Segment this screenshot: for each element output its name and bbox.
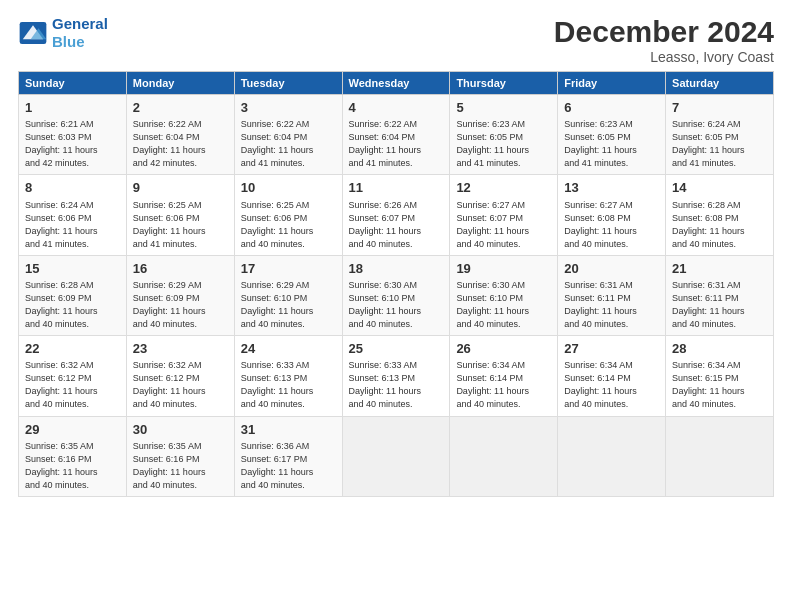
logo-icon	[18, 22, 48, 44]
day-cell: 14Sunrise: 6:28 AM Sunset: 6:08 PM Dayli…	[666, 175, 774, 255]
logo: General Blue	[18, 15, 108, 51]
day-info: Sunrise: 6:30 AM Sunset: 6:10 PM Dayligh…	[456, 279, 551, 331]
week-row-1: 1Sunrise: 6:21 AM Sunset: 6:03 PM Daylig…	[19, 95, 774, 175]
day-info: Sunrise: 6:34 AM Sunset: 6:14 PM Dayligh…	[564, 359, 659, 411]
day-number: 18	[349, 260, 444, 278]
day-number: 11	[349, 179, 444, 197]
day-info: Sunrise: 6:31 AM Sunset: 6:11 PM Dayligh…	[564, 279, 659, 331]
day-info: Sunrise: 6:33 AM Sunset: 6:13 PM Dayligh…	[241, 359, 336, 411]
day-number: 23	[133, 340, 228, 358]
day-number: 17	[241, 260, 336, 278]
day-number: 9	[133, 179, 228, 197]
day-number: 26	[456, 340, 551, 358]
day-number: 16	[133, 260, 228, 278]
logo-line1: General	[52, 15, 108, 32]
day-info: Sunrise: 6:29 AM Sunset: 6:09 PM Dayligh…	[133, 279, 228, 331]
month-title: December 2024	[554, 15, 774, 49]
week-row-4: 22Sunrise: 6:32 AM Sunset: 6:12 PM Dayli…	[19, 336, 774, 416]
day-info: Sunrise: 6:33 AM Sunset: 6:13 PM Dayligh…	[349, 359, 444, 411]
day-number: 19	[456, 260, 551, 278]
day-cell: 23Sunrise: 6:32 AM Sunset: 6:12 PM Dayli…	[126, 336, 234, 416]
day-cell: 19Sunrise: 6:30 AM Sunset: 6:10 PM Dayli…	[450, 255, 558, 335]
day-number: 12	[456, 179, 551, 197]
day-number: 6	[564, 99, 659, 117]
day-number: 10	[241, 179, 336, 197]
day-cell: 20Sunrise: 6:31 AM Sunset: 6:11 PM Dayli…	[558, 255, 666, 335]
day-info: Sunrise: 6:36 AM Sunset: 6:17 PM Dayligh…	[241, 440, 336, 492]
logo-line2: Blue	[52, 33, 85, 50]
day-info: Sunrise: 6:23 AM Sunset: 6:05 PM Dayligh…	[564, 118, 659, 170]
day-number: 1	[25, 99, 120, 117]
col-header-wednesday: Wednesday	[342, 72, 450, 95]
day-number: 8	[25, 179, 120, 197]
day-number: 27	[564, 340, 659, 358]
day-info: Sunrise: 6:22 AM Sunset: 6:04 PM Dayligh…	[133, 118, 228, 170]
day-info: Sunrise: 6:35 AM Sunset: 6:16 PM Dayligh…	[133, 440, 228, 492]
logo-text: General Blue	[52, 15, 108, 51]
day-cell: 29Sunrise: 6:35 AM Sunset: 6:16 PM Dayli…	[19, 416, 127, 496]
day-cell: 12Sunrise: 6:27 AM Sunset: 6:07 PM Dayli…	[450, 175, 558, 255]
day-info: Sunrise: 6:22 AM Sunset: 6:04 PM Dayligh…	[241, 118, 336, 170]
day-cell: 31Sunrise: 6:36 AM Sunset: 6:17 PM Dayli…	[234, 416, 342, 496]
week-row-2: 8Sunrise: 6:24 AM Sunset: 6:06 PM Daylig…	[19, 175, 774, 255]
day-cell: 10Sunrise: 6:25 AM Sunset: 6:06 PM Dayli…	[234, 175, 342, 255]
location-subtitle: Leasso, Ivory Coast	[554, 49, 774, 65]
day-number: 30	[133, 421, 228, 439]
day-info: Sunrise: 6:29 AM Sunset: 6:10 PM Dayligh…	[241, 279, 336, 331]
day-info: Sunrise: 6:21 AM Sunset: 6:03 PM Dayligh…	[25, 118, 120, 170]
day-number: 22	[25, 340, 120, 358]
day-info: Sunrise: 6:23 AM Sunset: 6:05 PM Dayligh…	[456, 118, 551, 170]
day-cell: 13Sunrise: 6:27 AM Sunset: 6:08 PM Dayli…	[558, 175, 666, 255]
day-info: Sunrise: 6:27 AM Sunset: 6:08 PM Dayligh…	[564, 199, 659, 251]
day-cell: 8Sunrise: 6:24 AM Sunset: 6:06 PM Daylig…	[19, 175, 127, 255]
day-info: Sunrise: 6:24 AM Sunset: 6:06 PM Dayligh…	[25, 199, 120, 251]
day-cell: 1Sunrise: 6:21 AM Sunset: 6:03 PM Daylig…	[19, 95, 127, 175]
col-header-sunday: Sunday	[19, 72, 127, 95]
day-number: 5	[456, 99, 551, 117]
day-cell	[558, 416, 666, 496]
day-cell: 17Sunrise: 6:29 AM Sunset: 6:10 PM Dayli…	[234, 255, 342, 335]
day-number: 4	[349, 99, 444, 117]
calendar-page: General Blue December 2024 Leasso, Ivory…	[0, 0, 792, 612]
calendar-table: SundayMondayTuesdayWednesdayThursdayFrid…	[18, 71, 774, 497]
day-cell	[450, 416, 558, 496]
day-info: Sunrise: 6:34 AM Sunset: 6:14 PM Dayligh…	[456, 359, 551, 411]
day-cell: 27Sunrise: 6:34 AM Sunset: 6:14 PM Dayli…	[558, 336, 666, 416]
header-row: SundayMondayTuesdayWednesdayThursdayFrid…	[19, 72, 774, 95]
day-cell: 5Sunrise: 6:23 AM Sunset: 6:05 PM Daylig…	[450, 95, 558, 175]
day-number: 7	[672, 99, 767, 117]
day-cell: 18Sunrise: 6:30 AM Sunset: 6:10 PM Dayli…	[342, 255, 450, 335]
day-info: Sunrise: 6:32 AM Sunset: 6:12 PM Dayligh…	[25, 359, 120, 411]
day-info: Sunrise: 6:25 AM Sunset: 6:06 PM Dayligh…	[133, 199, 228, 251]
day-cell: 21Sunrise: 6:31 AM Sunset: 6:11 PM Dayli…	[666, 255, 774, 335]
day-cell: 15Sunrise: 6:28 AM Sunset: 6:09 PM Dayli…	[19, 255, 127, 335]
col-header-monday: Monday	[126, 72, 234, 95]
day-info: Sunrise: 6:28 AM Sunset: 6:08 PM Dayligh…	[672, 199, 767, 251]
day-info: Sunrise: 6:22 AM Sunset: 6:04 PM Dayligh…	[349, 118, 444, 170]
day-number: 13	[564, 179, 659, 197]
day-info: Sunrise: 6:30 AM Sunset: 6:10 PM Dayligh…	[349, 279, 444, 331]
day-cell	[666, 416, 774, 496]
day-info: Sunrise: 6:32 AM Sunset: 6:12 PM Dayligh…	[133, 359, 228, 411]
day-cell: 26Sunrise: 6:34 AM Sunset: 6:14 PM Dayli…	[450, 336, 558, 416]
day-cell: 4Sunrise: 6:22 AM Sunset: 6:04 PM Daylig…	[342, 95, 450, 175]
col-header-thursday: Thursday	[450, 72, 558, 95]
day-cell: 9Sunrise: 6:25 AM Sunset: 6:06 PM Daylig…	[126, 175, 234, 255]
day-number: 3	[241, 99, 336, 117]
day-info: Sunrise: 6:27 AM Sunset: 6:07 PM Dayligh…	[456, 199, 551, 251]
day-number: 2	[133, 99, 228, 117]
day-cell: 6Sunrise: 6:23 AM Sunset: 6:05 PM Daylig…	[558, 95, 666, 175]
day-number: 15	[25, 260, 120, 278]
day-cell: 24Sunrise: 6:33 AM Sunset: 6:13 PM Dayli…	[234, 336, 342, 416]
day-cell: 2Sunrise: 6:22 AM Sunset: 6:04 PM Daylig…	[126, 95, 234, 175]
day-number: 20	[564, 260, 659, 278]
day-cell: 3Sunrise: 6:22 AM Sunset: 6:04 PM Daylig…	[234, 95, 342, 175]
col-header-tuesday: Tuesday	[234, 72, 342, 95]
day-number: 25	[349, 340, 444, 358]
header: General Blue December 2024 Leasso, Ivory…	[18, 15, 774, 65]
day-info: Sunrise: 6:34 AM Sunset: 6:15 PM Dayligh…	[672, 359, 767, 411]
day-info: Sunrise: 6:35 AM Sunset: 6:16 PM Dayligh…	[25, 440, 120, 492]
day-cell: 7Sunrise: 6:24 AM Sunset: 6:05 PM Daylig…	[666, 95, 774, 175]
day-number: 14	[672, 179, 767, 197]
week-row-5: 29Sunrise: 6:35 AM Sunset: 6:16 PM Dayli…	[19, 416, 774, 496]
